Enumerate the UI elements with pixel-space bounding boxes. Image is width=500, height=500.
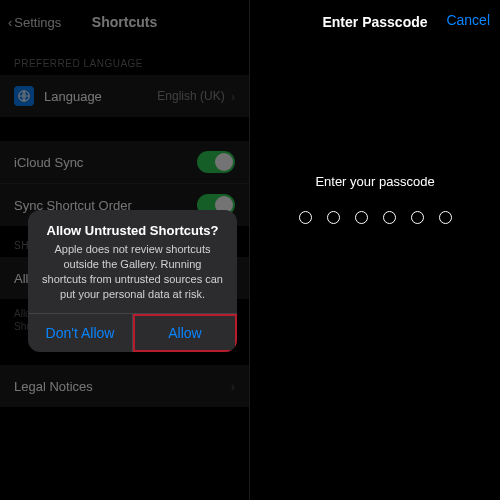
settings-shortcuts-screen: ‹ Settings Shortcuts PREFERRED LANGUAGE … bbox=[0, 0, 250, 500]
passcode-dot bbox=[439, 211, 452, 224]
allow-highlight-box bbox=[133, 314, 237, 352]
cancel-button[interactable]: Cancel bbox=[446, 12, 490, 28]
passcode-dot bbox=[299, 211, 312, 224]
passcode-dot bbox=[383, 211, 396, 224]
allow-button[interactable]: Allow bbox=[132, 314, 237, 352]
passcode-dot bbox=[355, 211, 368, 224]
dont-allow-button[interactable]: Don't Allow bbox=[28, 314, 132, 352]
passcode-prompt: Enter your passcode bbox=[250, 174, 500, 189]
passcode-dot bbox=[327, 211, 340, 224]
alert-title: Allow Untrusted Shortcuts? bbox=[28, 210, 237, 242]
header: Enter Passcode Cancel bbox=[250, 0, 500, 44]
alert-untrusted: Allow Untrusted Shortcuts? Apple does no… bbox=[28, 210, 237, 352]
passcode-dots bbox=[250, 211, 500, 224]
enter-passcode-screen: Enter Passcode Cancel Enter your passcod… bbox=[250, 0, 500, 500]
alert-buttons: Don't Allow Allow bbox=[28, 313, 237, 352]
passcode-dot bbox=[411, 211, 424, 224]
alert-message: Apple does not review shortcuts outside … bbox=[28, 242, 237, 313]
